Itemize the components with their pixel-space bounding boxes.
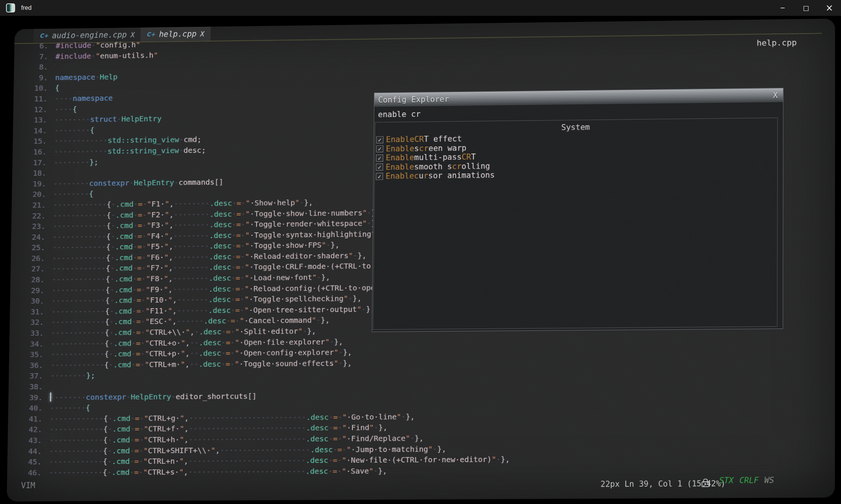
line-number: 32. <box>22 317 51 328</box>
os-titlebar: fred ─ □ × <box>0 0 841 16</box>
status-flag-ws: WS <box>764 476 774 485</box>
line-number: 7. <box>27 51 56 62</box>
line-number: 15. <box>25 136 54 147</box>
tab-label: help.cpp <box>159 29 197 39</box>
status-flag-stx: STX <box>719 476 733 485</box>
line-number: 19. <box>25 178 54 189</box>
line-number: 20. <box>25 189 54 200</box>
line-number: 43. <box>20 435 49 446</box>
line-number: 18. <box>25 168 54 179</box>
line-number: 30. <box>23 296 52 307</box>
checkbox-checked-icon[interactable]: ✓ <box>376 164 383 171</box>
window-title: fred <box>21 5 32 11</box>
popup-close-icon[interactable]: X <box>773 91 778 100</box>
app-icon <box>6 3 15 12</box>
checkbox-checked-icon[interactable]: ✓ <box>376 136 383 143</box>
checkbox-checked-icon[interactable]: ✓ <box>376 145 383 152</box>
line-number: 45. <box>20 456 49 467</box>
cpp-file-icon: C+ <box>146 31 155 38</box>
minimize-button[interactable]: ─ <box>771 0 794 16</box>
line-number: 13. <box>26 115 55 126</box>
line-number: 39. <box>21 392 50 403</box>
tab-label: audio-engine.cpp <box>52 30 127 40</box>
line-number: 17. <box>25 157 54 168</box>
line-number: 25. <box>23 242 52 253</box>
line-number: 46. <box>20 467 49 478</box>
line-number: 37. <box>22 370 51 381</box>
cpp-file-icon: C+ <box>40 32 48 39</box>
line-number: 27. <box>23 264 52 275</box>
line-number: 40. <box>21 403 50 414</box>
line-number: 22. <box>24 210 53 221</box>
line-number: 33. <box>22 328 51 339</box>
line-number: 24. <box>24 232 53 243</box>
status-flag-crlf: CRLF <box>740 476 759 485</box>
popup-body: System ✓Enable CRT effect✓Enable screen … <box>373 118 778 330</box>
popup-title-text: Config Explorer <box>378 95 449 104</box>
line-number: 34. <box>22 338 51 349</box>
window-controls: ─ □ × <box>771 0 841 16</box>
checkbox-checked-icon[interactable]: ✓ <box>376 154 383 161</box>
line-number: 29. <box>23 285 52 296</box>
popup-list: ✓Enable CRT effect✓Enable screen warp✓En… <box>375 131 777 181</box>
line-number: 23. <box>24 221 53 232</box>
line-number: 28. <box>23 274 52 285</box>
line-number: 16. <box>25 146 54 157</box>
line-number: 8. <box>26 61 55 72</box>
tab-close-icon[interactable]: X <box>200 30 204 38</box>
tab-bar: C+ audio-engine.cpp X C+ help.cpp X <box>34 27 211 43</box>
line-number: 12. <box>26 104 55 115</box>
line-number: 9. <box>26 72 55 83</box>
active-file-indicator: help.cpp <box>756 38 796 48</box>
config-explorer-popup: Config Explorer X enable cr System ✓Enab… <box>372 88 783 332</box>
line-number: 14. <box>25 125 54 136</box>
line-number: 35. <box>22 349 51 360</box>
line-number: 31. <box>22 306 51 317</box>
line-number: 36. <box>22 360 51 371</box>
tab-help[interactable]: C+ help.cpp X <box>141 27 211 42</box>
maximize-button[interactable]: □ <box>794 0 818 16</box>
tab-audio-engine[interactable]: C+ audio-engine.cpp X <box>34 28 141 43</box>
status-flags: STXCRLFWS <box>719 476 780 485</box>
lock-icon <box>702 481 709 487</box>
close-button[interactable]: × <box>818 0 841 16</box>
line-number: 38. <box>21 381 50 392</box>
line-number: 42. <box>20 424 49 435</box>
line-number: 41. <box>21 413 50 424</box>
editor-screen: C+ audio-engine.cpp X C+ help.cpp X help… <box>7 18 835 501</box>
tab-close-icon[interactable]: X <box>131 31 135 39</box>
checkbox-checked-icon[interactable]: ✓ <box>376 173 383 180</box>
line-number: 21. <box>24 200 53 211</box>
line-number: 44. <box>20 446 49 457</box>
line-number: 10. <box>26 83 55 94</box>
code-line[interactable]: 46.············{·.cmd·=·"CTRL+s·",······… <box>20 465 510 478</box>
line-number: 26. <box>23 253 52 264</box>
crt-stage: C+ audio-engine.cpp X C+ help.cpp X help… <box>0 16 841 504</box>
status-mode-indicator: VIM <box>21 481 35 490</box>
line-number: 11. <box>26 94 55 104</box>
